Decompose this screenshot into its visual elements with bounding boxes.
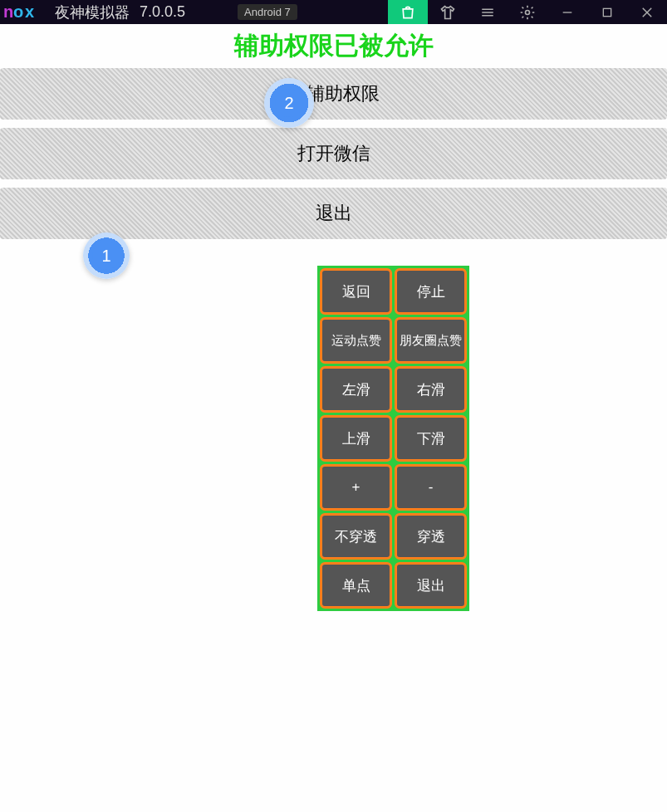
fp-swipe-up-button[interactable]: 上滑 <box>320 415 392 462</box>
floating-control-panel: 返回 停止 运动点赞 朋友圈点赞 左滑 右滑 上滑 下滑 + - 不穿透 穿透 … <box>317 266 469 611</box>
fp-single-tap-button[interactable]: 单点 <box>320 562 392 609</box>
fp-passthrough-button[interactable]: 穿透 <box>395 513 467 560</box>
maximize-icon[interactable] <box>587 0 627 24</box>
titlebar-left: n o x 夜神模拟器 7.0.0.5 Android 7 <box>0 0 297 24</box>
fp-minus-button[interactable]: - <box>395 464 467 511</box>
exit-button[interactable]: 退出 <box>0 188 667 239</box>
android-version-badge: Android 7 <box>238 4 297 20</box>
close-icon[interactable] <box>627 0 667 24</box>
fp-swipe-right-button[interactable]: 右滑 <box>395 366 467 413</box>
svg-rect-8 <box>603 8 611 16</box>
svg-text:o: o <box>13 2 23 21</box>
open-wechat-button[interactable]: 打开微信 <box>0 128 667 179</box>
accessibility-status-text: 辅助权限已被允许 <box>0 29 667 63</box>
menu-icon[interactable] <box>468 0 508 24</box>
fp-sport-like-button[interactable]: 运动点赞 <box>320 317 392 364</box>
titlebar-controls <box>388 0 667 24</box>
emulator-titlebar: n o x 夜神模拟器 7.0.0.5 Android 7 <box>0 0 667 24</box>
fp-stop-button[interactable]: 停止 <box>395 268 467 315</box>
svg-text:x: x <box>25 2 34 21</box>
shopping-bag-icon[interactable] <box>388 0 428 24</box>
touch-marker-label: 1 <box>92 242 120 270</box>
fp-back-button[interactable]: 返回 <box>320 268 392 315</box>
shirt-icon[interactable] <box>428 0 468 24</box>
app-version: 7.0.0.5 <box>136 3 185 21</box>
app-name: 夜神模拟器 <box>50 2 130 22</box>
fp-exit-button[interactable]: 退出 <box>395 562 467 609</box>
fp-plus-button[interactable]: + <box>320 464 392 511</box>
touch-marker-1[interactable]: 1 <box>83 232 130 279</box>
grant-accessibility-button[interactable]: 取辅助权限 <box>0 68 667 120</box>
touch-marker-2[interactable]: 2 <box>264 78 314 128</box>
nox-logo-icon: n o x <box>0 2 43 22</box>
fp-swipe-left-button[interactable]: 左滑 <box>320 366 392 413</box>
svg-point-6 <box>526 10 530 14</box>
fp-swipe-down-button[interactable]: 下滑 <box>395 415 467 462</box>
svg-text:n: n <box>3 2 13 21</box>
touch-marker-label: 2 <box>275 89 303 117</box>
gear-icon[interactable] <box>508 0 547 24</box>
minimize-icon[interactable] <box>547 0 587 24</box>
fp-no-passthrough-button[interactable]: 不穿透 <box>320 513 392 560</box>
fp-moments-like-button[interactable]: 朋友圈点赞 <box>395 317 467 364</box>
